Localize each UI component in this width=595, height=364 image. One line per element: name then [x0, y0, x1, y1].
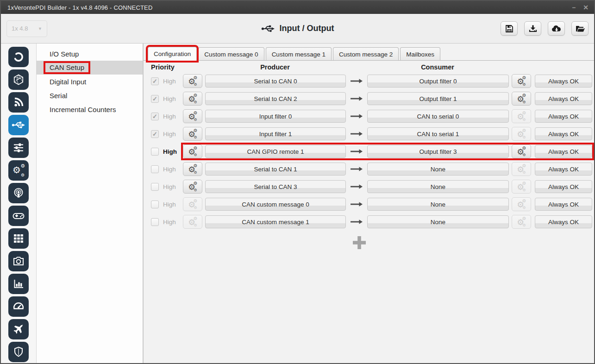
priority-label: High: [163, 183, 179, 190]
priority-checkbox[interactable]: [151, 113, 159, 120]
producer-button[interactable]: Serial to CAN 1: [205, 163, 346, 176]
tab-custom-message-1[interactable]: Custom message 1: [266, 47, 332, 61]
sidebar-item-podcast-icon[interactable]: [8, 183, 29, 203]
producer-gear-button[interactable]: ⚙⚙⚙: [183, 215, 202, 229]
gear-icon: ⚙⚙⚙: [517, 112, 526, 120]
sidebar-item-gamepad-icon[interactable]: [8, 206, 29, 226]
producer-gear-button[interactable]: ⚙⚙⚙: [183, 197, 202, 211]
gear-icon: ⚙⚙⚙: [517, 200, 526, 208]
tab-custom-message-2[interactable]: Custom message 2: [333, 47, 399, 61]
consumer-gear-button[interactable]: ⚙⚙⚙: [512, 92, 531, 106]
producer-gear-button[interactable]: ⚙⚙⚙: [183, 127, 202, 141]
consumer-gear-button[interactable]: ⚙⚙⚙: [512, 180, 531, 194]
priority-checkbox[interactable]: [151, 183, 159, 191]
producer-button[interactable]: Input filter 0: [205, 110, 346, 123]
priority-label: High: [163, 166, 179, 173]
nav-item-serial[interactable]: Serial: [37, 88, 143, 102]
consumer-button[interactable]: None: [367, 215, 509, 228]
producer-button[interactable]: Serial to CAN 3: [205, 180, 346, 193]
table-row: High ⚙⚙⚙ Serial to CAN 0 Output filter 0…: [148, 72, 594, 90]
priority-checkbox[interactable]: [151, 95, 159, 103]
sidebar-item-grid-icon[interactable]: [8, 228, 29, 249]
download-button[interactable]: [524, 21, 541, 36]
consumer-gear-button[interactable]: ⚙⚙⚙: [512, 74, 531, 88]
save-button[interactable]: [501, 21, 518, 36]
sidebar-item-bar-chart-icon[interactable]: [8, 274, 29, 294]
consumer-button[interactable]: None: [367, 163, 509, 176]
sidebar-item-telemetry-rss-icon[interactable]: [8, 92, 29, 113]
producer-gear-button[interactable]: ⚙⚙⚙: [183, 162, 202, 176]
consumer-gear-button[interactable]: ⚙⚙⚙: [512, 215, 531, 229]
tab-mailboxes[interactable]: Mailboxes: [400, 47, 440, 61]
tab-custom-message-0[interactable]: Custom message 0: [198, 47, 264, 61]
consumer-button[interactable]: None: [367, 198, 509, 211]
version-selector-value: 1x 4.8: [12, 25, 28, 32]
consumer-button[interactable]: Output filter 0: [367, 75, 509, 88]
arrow-right-icon: [346, 201, 367, 207]
sidebar-item-gears-icon[interactable]: ⚙⚙⚙: [8, 160, 29, 181]
producer-button[interactable]: Input filter 1: [205, 127, 346, 140]
producer-button[interactable]: CAN custom message 1: [205, 215, 346, 228]
always-ok-button[interactable]: Always OK: [535, 215, 592, 228]
priority-checkbox[interactable]: [151, 77, 159, 85]
sidebar-item-sliders-icon[interactable]: [8, 138, 29, 158]
always-ok-button[interactable]: Always OK: [535, 198, 592, 211]
nav-item-digital-input[interactable]: Digital Input: [37, 75, 143, 88]
sidebar-item-camera-icon[interactable]: [8, 251, 29, 271]
consumer-gear-button[interactable]: ⚙⚙⚙: [512, 109, 531, 123]
producer-gear-button[interactable]: ⚙⚙⚙: [183, 74, 202, 88]
page-title: Input / Output: [280, 24, 334, 33]
producer-gear-button[interactable]: ⚙⚙⚙: [183, 144, 202, 158]
gear-icon: ⚙⚙⚙: [517, 217, 526, 226]
producer-gear-button[interactable]: ⚙⚙⚙: [183, 180, 202, 194]
consumer-button[interactable]: None: [367, 180, 509, 193]
priority-checkbox[interactable]: [151, 148, 159, 156]
version-selector[interactable]: 1x 4.8 ▼: [6, 20, 47, 37]
priority-checkbox[interactable]: [151, 218, 159, 226]
always-ok-button[interactable]: Always OK: [535, 92, 592, 105]
producer-button[interactable]: Serial to CAN 2: [205, 92, 346, 105]
close-icon[interactable]: ✕: [583, 4, 589, 11]
always-ok-button[interactable]: Always OK: [535, 110, 592, 123]
priority-checkbox[interactable]: [151, 130, 159, 138]
consumer-button[interactable]: CAN to serial 0: [367, 110, 509, 123]
always-ok-button[interactable]: Always OK: [535, 145, 592, 158]
consumer-button[interactable]: CAN to serial 1: [367, 127, 509, 140]
always-ok-button[interactable]: Always OK: [535, 75, 592, 88]
nav-item-can-setup[interactable]: CAN Setup: [37, 61, 143, 75]
tab-configuration[interactable]: Configuration: [148, 47, 197, 61]
open-folder-icon: [575, 25, 585, 33]
add-row-button[interactable]: [351, 234, 368, 251]
minimize-icon[interactable]: –: [572, 4, 576, 11]
nav-item-incremental-counters[interactable]: Incremental Counters: [37, 102, 143, 116]
sidebar-item-shield-icon[interactable]: [8, 342, 29, 362]
priority-checkbox[interactable]: [151, 165, 159, 173]
sidebar-item-power-circle-icon[interactable]: [8, 47, 29, 67]
nav-item-io-setup[interactable]: I/O Setup: [37, 47, 143, 61]
producer-button[interactable]: CAN GPIO remote 1: [205, 145, 346, 158]
consumer-gear-button[interactable]: ⚙⚙⚙: [512, 127, 531, 141]
consumer-gear-button[interactable]: ⚙⚙⚙: [512, 197, 531, 211]
arrow-right-icon: [346, 113, 367, 119]
always-ok-button[interactable]: Always OK: [535, 180, 592, 193]
always-ok-button[interactable]: Always OK: [535, 127, 592, 140]
cloud-download-button[interactable]: [548, 21, 565, 36]
always-ok-button[interactable]: Always OK: [535, 163, 592, 176]
consumer-gear-button[interactable]: ⚙⚙⚙: [512, 144, 531, 158]
priority-label: High: [163, 131, 179, 138]
consumer-gear-button[interactable]: ⚙⚙⚙: [512, 162, 531, 176]
sidebar-item-gauge-icon[interactable]: [8, 296, 29, 317]
gear-icon: ⚙⚙⚙: [188, 94, 197, 103]
producer-button[interactable]: Serial to CAN 0: [205, 75, 346, 88]
sidebar-item-airplane-icon[interactable]: [8, 319, 29, 339]
consumer-button[interactable]: Output filter 1: [367, 92, 509, 105]
producer-gear-button[interactable]: ⚙⚙⚙: [183, 92, 202, 106]
open-folder-button[interactable]: [571, 21, 589, 36]
arrow-right-icon: [346, 166, 367, 172]
priority-checkbox[interactable]: [151, 201, 159, 208]
sidebar-item-usb-icon[interactable]: [8, 115, 29, 135]
consumer-button[interactable]: Output filter 3: [367, 145, 509, 158]
sidebar-item-hexagon-mesh-icon[interactable]: [8, 69, 29, 90]
producer-gear-button[interactable]: ⚙⚙⚙: [183, 109, 202, 123]
producer-button[interactable]: CAN custom message 0: [205, 198, 346, 211]
